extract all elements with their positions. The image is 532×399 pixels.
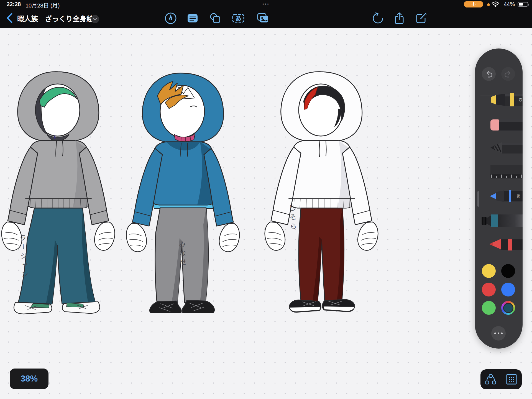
chevron-left-icon: [6, 13, 12, 23]
shapes-button[interactable]: [208, 12, 222, 25]
nav-bar: 暇人族 ざっくり全身絵: [0, 8, 532, 28]
vector-nodes-icon: [484, 373, 497, 385]
palette-undo-button[interactable]: [482, 67, 496, 81]
swatch-color-wheel[interactable]: [501, 301, 515, 315]
tool-palette: 80: [475, 48, 523, 349]
dot-grid-icon: [505, 373, 518, 385]
header: 22:28 10月28日 (月) ••• 44%: [0, 0, 532, 28]
photos-button[interactable]: [256, 12, 269, 25]
mic-active-dot: [487, 3, 490, 6]
back-button[interactable]: [4, 12, 14, 24]
dot: [501, 332, 503, 334]
battery-fill: [519, 3, 523, 6]
undo-button[interactable]: [371, 12, 385, 25]
dot: [494, 332, 496, 334]
palette-divider-2: [480, 250, 523, 250]
share-icon: [393, 12, 405, 24]
microphone-icon: [471, 2, 476, 7]
vector-nodes-button[interactable]: [480, 369, 501, 389]
palette-scroll-indicator[interactable]: [477, 191, 479, 207]
tool-crayon[interactable]: [475, 236, 523, 253]
swatch-yellow[interactable]: [482, 264, 496, 278]
wifi-icon: [492, 1, 499, 7]
battery-icon: [518, 2, 528, 7]
a-glyph: あ: [236, 15, 241, 22]
compose-icon: [415, 12, 427, 24]
pen-circle-icon: [164, 12, 177, 25]
dot-grid-button[interactable]: [501, 369, 522, 389]
zoom-level-badge[interactable]: 38%: [10, 369, 48, 389]
palette-redo-button[interactable]: [501, 67, 515, 81]
pen-size-label: 50: [516, 194, 520, 198]
drawing-canvas[interactable]: ラージャン みなせ しそら 38%: [0, 28, 532, 399]
swatch-blue[interactable]: [501, 283, 515, 296]
drawing-app: { "status_bar": { "time": "22:28", "date…: [0, 0, 532, 399]
status-bar: 22:28 10月28日 (月) ••• 44%: [0, 0, 532, 8]
undo-circle-icon: [372, 12, 384, 24]
swatch-red[interactable]: [482, 283, 496, 296]
battery-nub: [528, 4, 529, 6]
swatch-green[interactable]: [482, 301, 496, 315]
battery-percent: 44%: [504, 1, 515, 7]
dot: [498, 332, 499, 334]
palette-more-button[interactable]: [491, 326, 506, 341]
microphone-indicator: [464, 1, 483, 7]
share-button[interactable]: [393, 12, 406, 25]
character-sketch-3: [263, 68, 382, 314]
document-title: 暇人族 ざっくり全身絵: [17, 13, 93, 23]
tool-pencil[interactable]: [475, 140, 523, 157]
shapes-icon: [209, 12, 221, 25]
title-menu-button[interactable]: [91, 15, 99, 23]
character-sketch-1: [0, 68, 116, 317]
tool-eraser[interactable]: [475, 117, 523, 134]
tool-pen[interactable]: 50: [475, 188, 523, 205]
tool-ruler[interactable]: [475, 164, 523, 181]
swatch-black[interactable]: [501, 264, 515, 278]
bottom-right-toolbar: [480, 369, 522, 389]
photos-icon: [256, 12, 269, 25]
current-custom-color: [503, 303, 513, 313]
notes-button[interactable]: [186, 12, 199, 25]
zoom-level-value: 38%: [21, 374, 38, 384]
highlighter-size-label: 80: [518, 98, 522, 102]
redo-icon: [503, 69, 513, 79]
compose-button[interactable]: [415, 12, 428, 25]
tool-highlighter[interactable]: 80: [475, 92, 523, 109]
chevron-down-icon: [93, 18, 97, 21]
undo-icon: [484, 69, 493, 79]
text-recognition-button[interactable]: あ: [232, 12, 245, 25]
text-recognition-icon: あ: [232, 12, 245, 25]
pen-tool-button[interactable]: [164, 12, 177, 25]
document-text-icon: [186, 12, 199, 25]
tool-paint-tube[interactable]: [475, 213, 523, 229]
multitask-dots-icon: •••: [0, 2, 532, 7]
